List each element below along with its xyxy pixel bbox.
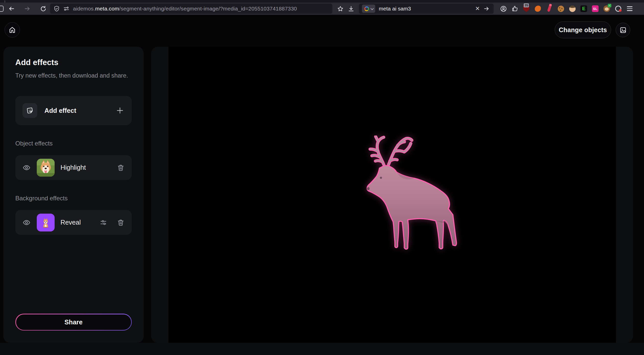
sidebar-title: Add effects [15,58,132,67]
add-effect-card[interactable]: Add effect [15,96,132,125]
ublock-badge: 35 [524,3,529,7]
gray-circle-badge-icon [615,6,621,12]
permissions-icon[interactable] [63,6,69,12]
star-icon [337,6,344,12]
effect-name: Reveal [60,219,99,226]
red-marker-icon [547,5,552,12]
share-button-label: Share [16,314,131,330]
sticker-face-icon [26,106,34,115]
visibility-toggle[interactable] [22,218,31,227]
orange-extension-icon [535,6,541,12]
eye-icon [22,218,31,227]
media-button[interactable] [616,23,630,37]
background-effects-label: Background effects [15,195,132,202]
effects-sidebar: Add effects Try new effects, then downlo… [3,47,144,343]
go-arrow-icon [483,6,490,12]
effect-name: Highlight [60,164,116,171]
tab-strip [0,0,644,3]
avatar-face-icon [569,6,576,12]
delete-effect-button[interactable] [116,163,125,172]
corgi-purple-thumbnail [37,214,55,231]
trash-icon [117,164,125,172]
cookie-icon [558,6,564,12]
change-objects-button[interactable]: Change objects [555,21,611,38]
extension-e-button[interactable]: E [580,5,588,13]
forward-button[interactable] [23,4,32,13]
extension-orange-button[interactable] [534,5,542,13]
canvas-panel [151,47,633,343]
extension-monkey-button[interactable] [603,5,611,13]
green-e-icon: E [580,5,587,12]
add-effect-label: Add effect [44,107,109,114]
shield-check-icon[interactable] [54,6,60,12]
chevron-down-icon [371,7,374,10]
downloads-button[interactable] [347,4,355,13]
forward-arrow-icon [24,5,31,12]
tab-separator [5,1,5,3]
bottom-strip [0,343,644,355]
thumbs-up-icon [512,5,518,12]
sidebar-subtitle: Try new effects, then download and share… [15,72,132,79]
account-button[interactable] [499,5,507,13]
search-query[interactable]: meta ai sam3 [379,6,473,12]
visibility-toggle[interactable] [22,163,31,172]
bookmark-star-button[interactable] [336,4,345,13]
extension-disabled-button[interactable] [614,5,622,13]
browser-toolbar: aidemos.meta.com/segment-anything/editor… [0,3,644,15]
reveal-thumbnail [37,214,55,231]
menu-button[interactable] [626,5,634,13]
extension-ublock-button[interactable]: 35 [522,5,530,13]
image-icon [619,27,627,34]
back-button[interactable] [7,4,16,13]
reload-button[interactable] [39,4,47,13]
browser-chrome: aidemos.meta.com/segment-anything/editor… [0,0,644,15]
clear-search-button[interactable]: ✕ [473,5,482,12]
extension-sl-button[interactable]: SL [591,5,599,13]
extension-avatar-button[interactable] [568,5,576,13]
deer-image[interactable] [364,136,460,252]
url-bar[interactable]: aidemos.meta.com/segment-anything/editor… [50,4,332,14]
download-icon [348,6,354,12]
sl-icon: SL [592,5,599,12]
hamburger-menu-icon [627,6,633,11]
edited-image[interactable] [168,47,616,343]
url-prefix: aidemos. [73,6,95,11]
reveal-effect-row[interactable]: Reveal [15,210,132,235]
reload-icon [40,6,46,12]
delete-effect-button[interactable] [116,218,125,227]
object-effects-label: Object effects [15,140,132,147]
url-text[interactable]: aidemos.meta.com/segment-anything/editor… [73,6,297,12]
sliders-icon [100,219,107,226]
eye-icon [22,164,31,172]
extension-row: 35 E SL [499,5,634,13]
home-button[interactable] [5,22,20,38]
extension-cookie-button[interactable] [557,5,565,13]
search-engine-chip[interactable] [362,5,375,13]
trash-icon [117,219,125,226]
share-button[interactable]: Share [15,314,132,330]
plus-icon[interactable] [116,106,124,115]
add-effect-tile [22,103,37,118]
url-path: /segment-anything/editor/segment-image/?… [119,6,297,11]
monkey-check-icon [603,5,610,12]
highlight-thumbnail [37,159,55,177]
extension-marker-button[interactable] [545,5,553,13]
url-domain: meta.com [95,6,119,11]
back-arrow-icon [8,5,15,12]
home-icon [9,26,16,33]
sidebar-toggle-icon[interactable] [0,6,4,12]
highlight-effect-row[interactable]: Highlight [15,155,132,180]
adjust-effect-button[interactable] [99,218,108,227]
account-icon [500,5,507,12]
search-bar[interactable]: meta ai sam3 ✕ [359,4,494,14]
corgi-grass-thumbnail [37,159,55,177]
search-go-button[interactable] [482,6,491,12]
google-logo-icon [364,6,369,11]
extension-thumbsup-button[interactable] [511,5,519,13]
